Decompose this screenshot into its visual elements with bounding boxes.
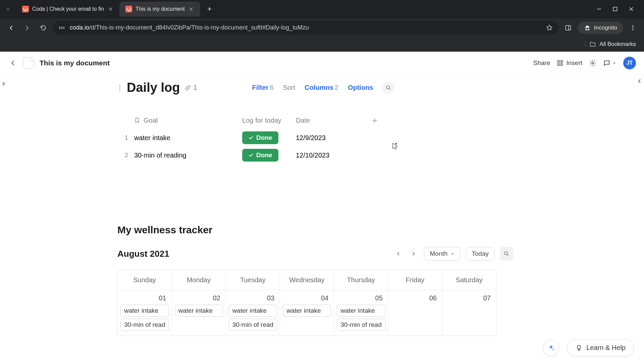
filter-button[interactable]: Filter6 xyxy=(252,84,274,92)
svg-point-6 xyxy=(632,29,633,30)
check-icon xyxy=(248,135,254,140)
svg-rect-8 xyxy=(561,60,563,62)
cell-date: 01 xyxy=(120,293,169,305)
calendar-search-button[interactable] xyxy=(500,247,513,260)
close-tab-icon[interactable]: ✕ xyxy=(188,6,194,12)
daily-log-title[interactable]: Daily log xyxy=(127,80,180,95)
link-icon xyxy=(184,84,191,91)
svg-point-14 xyxy=(504,252,507,255)
app-back-button[interactable] xyxy=(8,58,17,68)
expand-left-panel-button[interactable] xyxy=(0,77,8,90)
svg-point-12 xyxy=(386,86,389,89)
ai-assist-button[interactable] xyxy=(543,340,559,356)
browser-forward-button[interactable] xyxy=(21,21,34,34)
tab-title: Coda | Check your email to fin xyxy=(32,6,104,12)
calendar-cell[interactable]: 02 water intake xyxy=(172,290,226,336)
side-panel-icon[interactable] xyxy=(562,21,575,34)
svg-rect-2 xyxy=(566,25,571,30)
check-icon xyxy=(248,153,254,158)
expand-right-panel-button[interactable] xyxy=(634,74,644,88)
comments-button[interactable] xyxy=(603,59,616,67)
browser-tab-inactive[interactable]: Coda | Check your email to fin ✕ xyxy=(16,2,119,16)
calendar-today-button[interactable]: Today xyxy=(466,247,494,260)
daily-log-header: ⋮ Daily log 1 Filter6 Sort Columns2 Opti… xyxy=(117,80,513,95)
url-text[interactable]: coda.io/d/This-is-my-document_d84Iv0ZibP… xyxy=(70,24,541,31)
done-button[interactable]: Done xyxy=(242,149,278,162)
calendar-event[interactable]: 30-min of read xyxy=(229,319,277,331)
column-header-goal[interactable]: Goal xyxy=(128,117,242,124)
chevron-down-icon xyxy=(612,61,616,65)
browser-reload-button[interactable] xyxy=(37,21,50,34)
settings-button[interactable] xyxy=(589,59,596,67)
column-header-date[interactable]: Date xyxy=(296,117,366,124)
coda-favicon-icon xyxy=(22,6,29,12)
column-header-log[interactable]: Log for today xyxy=(242,117,296,124)
calendar-grid: Sunday Monday Tuesday Wednesday Thursday… xyxy=(117,270,496,336)
calendar-cell[interactable]: 06 xyxy=(388,290,442,336)
columns-button[interactable]: Columns2 xyxy=(305,84,338,92)
browser-back-button[interactable] xyxy=(5,21,17,34)
options-button[interactable]: Options xyxy=(348,84,373,92)
calendar-event[interactable]: 30-min of read xyxy=(120,319,169,331)
close-window-icon[interactable] xyxy=(628,6,635,12)
window-controls xyxy=(596,6,641,12)
cell-goal[interactable]: water intake xyxy=(128,134,242,142)
minimize-icon[interactable] xyxy=(596,6,602,12)
calendar-event[interactable]: water intake xyxy=(175,305,223,317)
table-row[interactable]: 2 30-min of reading Done 12/10/2023 xyxy=(117,146,513,164)
svg-rect-7 xyxy=(558,60,560,62)
chevron-down-icon xyxy=(450,251,455,256)
site-settings-icon[interactable] xyxy=(58,24,65,31)
bookmarks-bar: | All Bookmarks xyxy=(0,37,644,52)
calendar-cell[interactable]: 03 water intake 30-min of read xyxy=(226,290,280,336)
insert-button[interactable]: Insert xyxy=(557,59,582,67)
learn-help-button[interactable]: Learn & Help xyxy=(567,340,634,356)
calendar-event[interactable]: water intake xyxy=(120,305,169,317)
maximize-icon[interactable] xyxy=(612,6,619,12)
browser-menu-icon[interactable] xyxy=(627,21,639,34)
document-body: ⋮ Daily log 1 Filter6 Sort Columns2 Opti… xyxy=(117,80,513,336)
content-area: ⋮ Daily log 1 Filter6 Sort Columns2 Opti… xyxy=(0,74,644,362)
cell-date[interactable]: 12/9/2023 xyxy=(296,134,366,142)
calendar-cell[interactable]: 01 water intake 30-min of read xyxy=(118,290,172,336)
done-button[interactable]: Done xyxy=(242,131,278,144)
drag-handle-icon[interactable]: ⋮ xyxy=(117,83,122,92)
day-header: Tuesday xyxy=(226,270,280,290)
avatar[interactable]: JT xyxy=(623,57,636,69)
share-button[interactable]: Share xyxy=(531,59,550,67)
tracker-title[interactable]: My wellness tracker xyxy=(117,224,513,236)
all-bookmarks-link[interactable]: All Bookmarks xyxy=(599,41,636,48)
calendar-cell[interactable]: 05 water intake 30-min of read xyxy=(334,290,388,336)
new-tab-button[interactable]: + xyxy=(204,3,216,15)
calendar-event[interactable]: water intake xyxy=(229,305,277,317)
close-tab-icon[interactable]: ✕ xyxy=(107,6,113,12)
add-column-button[interactable]: + xyxy=(369,114,381,126)
document-icon[interactable] xyxy=(23,57,34,69)
calendar-cell[interactable]: 07 xyxy=(442,290,496,336)
wellness-tracker-section: My wellness tracker August 2021 Month To… xyxy=(117,224,513,336)
svg-rect-1 xyxy=(613,7,617,11)
calendar-cell[interactable]: 04 water intake xyxy=(280,290,334,336)
browser-tab-active[interactable]: This is my document ✕ xyxy=(119,2,200,16)
tab-search-dropdown[interactable] xyxy=(3,4,13,14)
cell-date: 05 xyxy=(337,293,385,305)
cell-goal[interactable]: 30-min of reading xyxy=(128,152,242,159)
sort-button[interactable]: Sort xyxy=(283,84,296,92)
calendar-view-select[interactable]: Month xyxy=(424,247,461,260)
calendar-week-row: 01 water intake 30-min of read 02 water … xyxy=(118,290,496,336)
link-count-badge[interactable]: 1 xyxy=(184,84,197,92)
document-title[interactable]: This is my document xyxy=(40,59,110,67)
calendar-event[interactable]: 30-min of read xyxy=(337,319,385,331)
day-header: Thursday xyxy=(334,270,388,290)
svg-line-15 xyxy=(507,254,508,256)
address-bar[interactable]: coda.io/d/This-is-my-document_d84Iv0ZibP… xyxy=(53,21,558,35)
incognito-badge[interactable]: Incognito xyxy=(578,22,623,34)
table-search-button[interactable] xyxy=(382,82,394,94)
calendar-prev-button[interactable] xyxy=(393,249,403,259)
table-row[interactable]: 1 water intake Done 12/9/2023 xyxy=(117,129,513,146)
cell-date[interactable]: 12/10/2023 xyxy=(296,152,366,159)
calendar-event[interactable]: water intake xyxy=(337,305,385,317)
calendar-next-button[interactable] xyxy=(409,249,419,259)
calendar-event[interactable]: water intake xyxy=(283,305,331,317)
bookmark-star-icon[interactable] xyxy=(546,24,553,32)
